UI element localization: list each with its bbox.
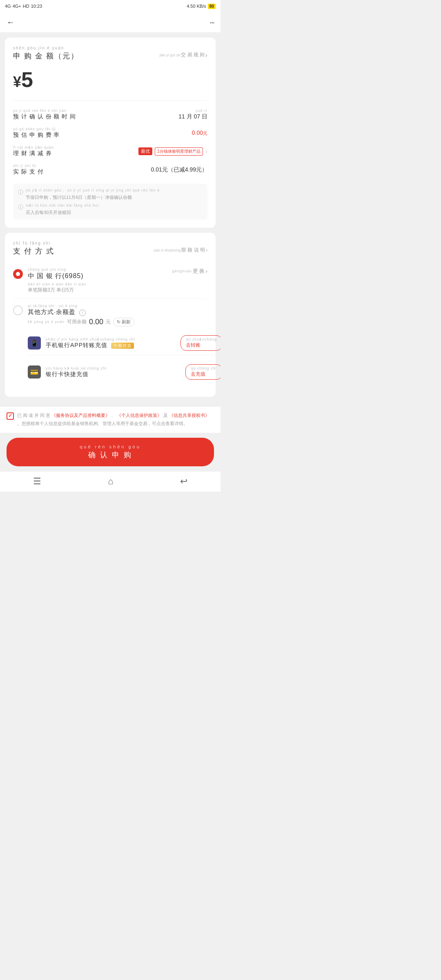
header: ← ··· [0, 12, 220, 33]
amount-header: shēn gòu jīn é yuán 申 购 金 额（元） jiāo yì g… [13, 46, 207, 61]
notice-item-1: ⓘ jié jiǎ rì shēn gòu， yù jì yǐ yuè rì x… [18, 188, 203, 200]
other-method-title: 其他方式·余额盈 i [28, 308, 207, 316]
status-right: 4.50 KB/s 80 [187, 4, 216, 9]
nav-menu-icon[interactable]: ☰ [33, 476, 41, 487]
change-chevron-icon: › [205, 268, 207, 274]
purchase-rate-number: 0.00 [192, 129, 203, 136]
notice-text-1: jié jiǎ rì shēn gòu， yù jì yǐ yuè rì xīn… [26, 188, 160, 200]
coupon-chevron-icon: › [205, 148, 207, 155]
bank-option[interactable]: zhōng guó yín xíng 中 国 银 行(6985) dān bǐ … [13, 263, 207, 299]
confirm-date-value: yuè rì 11 月 07 日 [178, 109, 207, 120]
purchase-rate-pinyin: yù gū shēn gòu fèi lǜ [13, 127, 60, 131]
agreement-text: 已 阅 读 并 同 意 《服务协议及产品资料概要》 、 《个人信息保护政策》 及… [17, 412, 214, 428]
agreement-section: 已 阅 读 并 同 意 《服务协议及产品资料概要》 、 《个人信息保护政策》 及… [0, 407, 220, 433]
amount-card: shēn gòu jīn é yuán 申 购 金 额（元） jiāo yì g… [5, 38, 216, 228]
card-recharge-option[interactable]: 💳 yín háng kǎ kuài jié chōng zhí 银行卡快捷充值… [28, 360, 220, 384]
actual-payment-value: 0.01元（已减4.99元） [151, 166, 208, 174]
phone-transfer-info: shǒu jī yín háng APP zhuǎnzhàng chōng zh… [46, 337, 176, 349]
confirm-date-row: yù jì quē rèn fèn é shí jiān 预 计 确 认 份 额… [13, 105, 207, 124]
agreement-checkbox[interactable] [7, 412, 14, 420]
phone-transfer-option[interactable]: 📱 shǒu jī yín háng APP zhuǎnzhàng chōng … [28, 331, 220, 355]
confirm-date-pinyin: yù jì quē rèn fèn é shí jiān [13, 109, 76, 113]
payment-title: 支 付 方 式 [13, 247, 54, 255]
actual-payment-pinyin: shí jì zhī fù [13, 164, 44, 168]
notice-text-2: mǎi rù hòu měi tiān kāi fàng shú huí 买入后… [26, 203, 99, 216]
payment-title-pinyin: zhī fù fāng shì [13, 241, 54, 245]
card-recharge-action[interactable]: qù chōng zhí 去充值 [185, 364, 220, 380]
purchase-rate-row: yù gū shēn gòu fèi lǜ 预 估 申 购 费 率 0.00元 [13, 124, 207, 142]
trade-rules-pinyin: jiāo yì guī zé [160, 53, 180, 57]
change-label: 更 换 [193, 267, 205, 275]
main-content: shēn gòu jīn é yuán 申 购 金 额（元） jiāo yì g… [0, 33, 220, 407]
balance-unit: 元 [106, 318, 111, 325]
amount-number: 5 [21, 68, 33, 91]
nav-home-icon[interactable]: ⌂ [108, 476, 113, 487]
coupon-pinyin: lǐ cái mǎn jiǎn quàn [13, 145, 54, 149]
payment-header: zhī fù fāng shì 支 付 方 式 xiàn é shuōmíng … [13, 241, 207, 256]
purchase-rate-label: 预 估 申 购 费 率 [13, 131, 60, 138]
actual-payment-label: 实 际 支 付 [13, 168, 44, 175]
battery-icon: 80 [208, 4, 216, 9]
other-method-option[interactable]: qí tā fāng shì · yú é yíng 其他方式·余额盈 i kě… [13, 299, 207, 389]
other-method-radio[interactable] [13, 305, 23, 315]
more-button[interactable]: ··· [209, 18, 214, 27]
confirm-button-label: 确 认 申 购 [88, 451, 132, 459]
amount-title-pinyin: shēn gòu jīn é yuán [13, 46, 79, 50]
card-recharge-title: 银行卡快捷充值 [46, 371, 89, 377]
change-bank-button[interactable]: gēnghuàn 更 换 › [172, 267, 207, 275]
status-left: 4G 4G+ HD 10:23 [5, 4, 42, 9]
time: 10:23 [31, 4, 42, 9]
purchase-rate-value: 0.00元 [192, 129, 207, 136]
signal-4gplus: 4G+ [13, 4, 21, 9]
bank-limit: dān bǐ xiàn é wàn dān rì wàn 单笔限额3万 单日5万 [28, 282, 167, 294]
coupon-row[interactable]: lǐ cái mǎn jiǎn quàn 理 财 满 减 券 最优 1分钱体验明… [13, 142, 207, 160]
bottom-nav: ☰ ⌂ ↩ [0, 471, 220, 492]
confirm-date-text: 11 月 07 日 [178, 113, 207, 120]
limit-label: 限 额 说 明 [181, 247, 205, 254]
payment-title-block: zhī fù fāng shì 支 付 方 式 [13, 241, 54, 256]
limit-chevron-icon: › [206, 247, 207, 253]
currency-symbol: ¥ [13, 74, 21, 90]
amount-value: ¥5 [13, 67, 207, 92]
payment-card: zhī fù fāng shì 支 付 方 式 xiàn é shuōmíng … [5, 233, 216, 397]
card-recharge-icon: 💳 [28, 365, 41, 379]
purchase-rate-unit: 元 [203, 131, 207, 136]
bank-name-pinyin: zhōng guó yín xíng [28, 267, 167, 272]
balance-row: kě yòng yú é yuán 可用余额 0.00 元 ↻ 刷新 [28, 318, 207, 326]
coupon-badge-product: 1分钱体验明星理财产品 [155, 147, 203, 156]
bank-name: 中 国 银 行(6985) [28, 272, 167, 281]
other-method-pinyin: qí tā fāng shì · yú é yíng [28, 304, 207, 308]
signal-4g: 4G [5, 4, 11, 9]
back-button[interactable]: ← [7, 18, 15, 27]
refresh-icon: ↻ [117, 319, 120, 325]
agreement-link3[interactable]: 《信息共享授权书》 [169, 413, 209, 418]
refresh-label: 刷新 [122, 319, 131, 325]
other-method-info-icon[interactable]: i [79, 310, 86, 316]
agreement-suffix: 。您授权将个人信息提供给基金销售机构、管理人等用于基金交易，可点击查看详情。 [17, 421, 188, 426]
agreement-link1[interactable]: 《服务协议及产品资料概要》 [51, 413, 110, 418]
notice-icon-1: ⓘ [18, 188, 23, 196]
confirm-purchase-button[interactable]: quē rèn shēn gòu 确 认 申 购 [7, 438, 214, 466]
phone-transfer-title: 手机银行APP转账充值 大额优选 [46, 342, 134, 348]
amount-title-block: shēn gòu jīn é yuán 申 购 金 额（元） [13, 46, 79, 61]
limit-link[interactable]: xiàn é shuōmíng 限 额 说 明 › [154, 247, 207, 254]
agreement-middle: 及 [163, 413, 168, 418]
notice-block: ⓘ jié jiǎ rì shēn gòu， yù jì yǐ yuè rì x… [13, 184, 207, 220]
coupon-label: 理 财 满 减 券 [13, 150, 52, 156]
bank-radio-checked[interactable] [13, 269, 23, 279]
nav-back-icon[interactable]: ↩ [180, 476, 187, 487]
confirm-button-pinyin: quē rèn shēn gòu [13, 444, 207, 449]
agreement-sep1: 、 [111, 413, 116, 418]
balance-label: 可用余额 [67, 318, 87, 325]
balance-amount: 0.00 [89, 318, 103, 326]
trade-rules-label: 交 易 规 则 [181, 51, 205, 58]
phone-transfer-icon: 📱 [28, 336, 41, 350]
trade-rules-link[interactable]: jiāo yì guī zé 交 易 规 则 › [160, 51, 207, 58]
refresh-button[interactable]: ↻ 刷新 [113, 318, 134, 326]
confirm-date-label: 预 计 确 认 份 额 时 间 [13, 113, 76, 120]
agreement-prefix: 已 阅 读 并 同 意 [17, 413, 50, 418]
phone-transfer-action[interactable]: qù zhuǎnzhàng 去转账 [180, 335, 220, 351]
notice-icon-2: ⓘ [18, 203, 23, 212]
status-bar: 4G 4G+ HD 10:23 4.50 KB/s 80 [0, 0, 220, 12]
agreement-link2[interactable]: 《个人信息保护政策》 [117, 413, 162, 418]
